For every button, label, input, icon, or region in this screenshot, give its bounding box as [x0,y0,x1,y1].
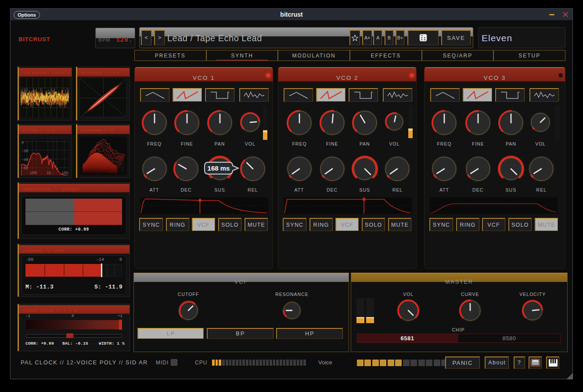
svg-text:168 ms: 168 ms [208,164,230,172]
